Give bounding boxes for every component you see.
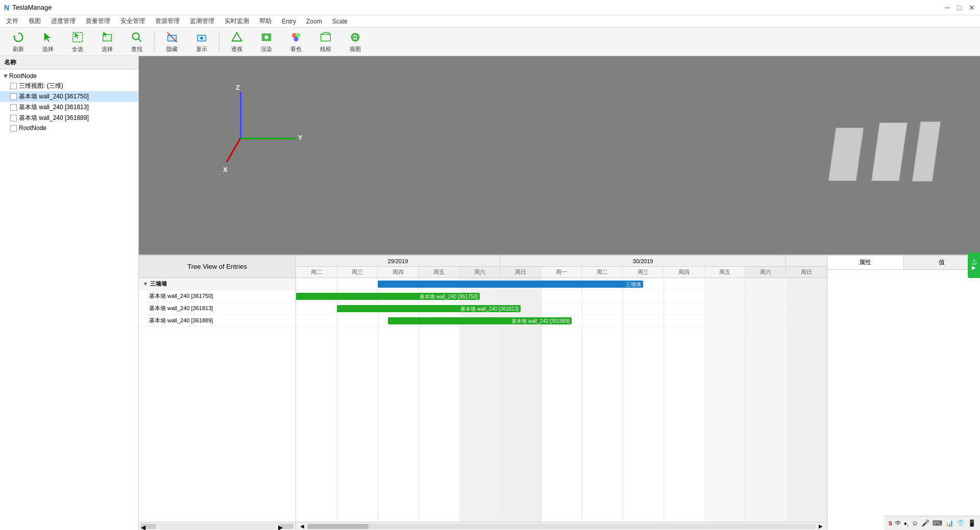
day-thu2: 周四 bbox=[664, 267, 704, 277]
toolbar-search-btn[interactable]: 查找 bbox=[122, 30, 151, 54]
tree-item-3dview[interactable]: 三维视图: (三维) bbox=[0, 81, 138, 91]
viewport[interactable]: Z X Y bbox=[139, 56, 980, 255]
toolbar-hide-btn[interactable]: 隐藏 bbox=[158, 30, 186, 54]
menu-help[interactable]: 帮助 bbox=[255, 16, 276, 27]
gantt-expand-icon[interactable]: ▼ bbox=[143, 281, 148, 287]
tree-item-wall361813[interactable]: 基本墙 wall_240 [361813] bbox=[0, 102, 138, 113]
tree-checkbox-3dview[interactable] bbox=[10, 83, 17, 89]
maximize-btn[interactable]: □ bbox=[955, 4, 964, 12]
toolbar-selectall-btn[interactable]: 全选 bbox=[63, 30, 92, 54]
svg-line-7 bbox=[138, 39, 141, 42]
taskbar-item-phone[interactable]: 📱 bbox=[968, 519, 976, 527]
gantt-scroll-thumb[interactable] bbox=[307, 524, 369, 529]
gantt-bar-1: 基本墙 wall_240 [361750] bbox=[296, 293, 480, 300]
menu-realtime[interactable]: 实时监测 bbox=[220, 16, 253, 27]
select-box-icon bbox=[100, 30, 114, 44]
menu-safety[interactable]: 安全管理 bbox=[116, 16, 149, 27]
taskbar-item-chart[interactable]: 📊 bbox=[945, 519, 953, 527]
gantt-week-30: 30/2019 bbox=[500, 256, 786, 266]
day-fri2: 周五 bbox=[704, 267, 745, 277]
menu-zoom[interactable]: Zoom bbox=[302, 17, 326, 26]
taskbar-item-shirt[interactable]: 👕 bbox=[957, 519, 965, 527]
svg-marker-1 bbox=[44, 33, 51, 42]
menu-scale[interactable]: Scale bbox=[328, 17, 352, 26]
toolbar-show-btn[interactable]: 显示 bbox=[187, 30, 216, 54]
menu-monitor[interactable]: 监测管理 bbox=[186, 16, 218, 27]
day-sat2: 周六 bbox=[745, 267, 786, 277]
toolbar-wireframe-btn[interactable]: 线框 bbox=[311, 30, 340, 54]
gantt-tree-item-2[interactable]: 基本墙 wall_240 [361813] bbox=[139, 302, 296, 315]
taskbar-item-zh[interactable]: 中 bbox=[895, 519, 901, 527]
left-scroll-btn-right[interactable]: ▶ bbox=[278, 524, 293, 529]
gantt-scroll-right[interactable]: ▶ bbox=[816, 523, 826, 529]
toolbar-selectall-label: 全选 bbox=[72, 45, 83, 53]
toolbar-refresh-btn[interactable]: 刷新 bbox=[4, 30, 33, 54]
gantt-tree-item-1[interactable]: 基本墙 wall_240 [361750] bbox=[139, 290, 296, 302]
gantt-row-0: 三墙墙 bbox=[296, 278, 827, 290]
props-content bbox=[827, 270, 980, 530]
cursor-icon bbox=[41, 30, 55, 44]
tree-checkbox-wall361889[interactable] bbox=[10, 115, 17, 121]
toolbar-selectbox-btn[interactable]: 选择 bbox=[93, 30, 121, 54]
menu-file[interactable]: 文件 bbox=[2, 16, 22, 27]
view-icon bbox=[348, 30, 362, 44]
props-panel: 属性 值 bbox=[827, 256, 980, 530]
tree-checkbox-wall361813[interactable] bbox=[10, 104, 17, 111]
taskbar-item-emoji[interactable]: ☺ bbox=[912, 519, 918, 527]
gantt-bar-label-2: 基本墙 wall_240 [361813] bbox=[460, 306, 519, 313]
shape-wall1 bbox=[828, 128, 864, 181]
toolbar-refresh-label: 刷新 bbox=[13, 45, 24, 53]
tree-item-wall361889[interactable]: 基本墙 wall_240 [361889] bbox=[0, 113, 138, 123]
gantt-scroll-left[interactable]: ◀ bbox=[297, 523, 307, 529]
float-button[interactable]: +3▶ bbox=[968, 253, 980, 278]
menu-resource[interactable]: 资源管理 bbox=[151, 16, 184, 27]
menu-view[interactable]: 视图 bbox=[24, 16, 45, 27]
taskbar-item-keyboard[interactable]: ⌨ bbox=[933, 519, 942, 527]
toolbar-color-btn[interactable]: 看色 bbox=[282, 30, 310, 54]
menu-progress[interactable]: 进度管理 bbox=[47, 16, 80, 27]
gantt-hscroll[interactable]: ◀ ▶ bbox=[296, 522, 827, 530]
gantt-bar-label-group: 三墙墙 bbox=[626, 281, 641, 288]
gantt-chart[interactable]: 29/2019 30/2019 周二 周三 周四 周五 周六 周日 周一 周二 … bbox=[296, 256, 827, 530]
svg-marker-0 bbox=[14, 35, 16, 37]
taskbar-item-s[interactable]: S bbox=[889, 520, 892, 526]
taskbar-item-punct[interactable]: ♦, bbox=[904, 520, 909, 526]
gantt-tree-item-3[interactable]: 基本墙 wall_240 [361889] bbox=[139, 315, 296, 327]
tree-item-wall361750[interactable]: 基本墙 wall_240 [361750] bbox=[0, 91, 138, 102]
day-wed2: 周三 bbox=[623, 267, 664, 277]
hide-icon bbox=[165, 30, 179, 44]
toolbar-view-btn[interactable]: 视图 bbox=[341, 30, 370, 54]
tree-checkbox-rootnode-leaf[interactable] bbox=[10, 125, 17, 132]
taskbar-item-mic[interactable]: 🎤 bbox=[921, 519, 929, 527]
props-tab-attr[interactable]: 属性 bbox=[827, 256, 904, 269]
wireframe-icon bbox=[318, 30, 333, 44]
toolbar-render-btn[interactable]: 渲染 bbox=[252, 30, 281, 54]
refresh-icon bbox=[11, 30, 26, 44]
app-title: TeslaManage bbox=[12, 4, 52, 11]
gantt-tree: ▼ 三墙墙 基本墙 wall_240 [361750] 基本墙 wall_240… bbox=[139, 278, 296, 522]
toolbar-perspective-btn[interactable]: 透视 bbox=[223, 30, 251, 54]
tree-expand-icon[interactable]: ▼ bbox=[2, 72, 9, 80]
day-tue2: 周二 bbox=[582, 267, 623, 277]
toolbar-select-btn[interactable]: 选择 bbox=[34, 30, 62, 54]
main-area: 名称 ▼ RootNode 三维视图: (三维) 基本墙 wall_240 [3… bbox=[0, 56, 980, 530]
title-controls[interactable]: ─ □ ✕ bbox=[943, 4, 976, 12]
tree-item-label: RootNode bbox=[9, 72, 37, 80]
close-btn[interactable]: ✕ bbox=[968, 4, 976, 12]
tree-checkbox-wall361750[interactable] bbox=[10, 93, 17, 100]
tree-item-rootnode-leaf[interactable]: RootNode bbox=[0, 123, 138, 133]
minimize-btn[interactable]: ─ bbox=[943, 4, 951, 12]
bottom-area: Tree View of Entries ▼ 三墙墙 基本墙 wall_240 … bbox=[139, 255, 980, 530]
gantt-tree-group[interactable]: ▼ 三墙墙 bbox=[139, 278, 296, 290]
left-scroll-btn-left[interactable]: ◀ bbox=[141, 524, 156, 529]
search-icon bbox=[130, 30, 144, 44]
menu-entry[interactable]: Entry bbox=[278, 17, 300, 26]
props-header: 属性 值 bbox=[827, 256, 980, 270]
gantt-item-label-2: 基本墙 wall_240 [361813] bbox=[149, 305, 213, 312]
tree-item-rootnode[interactable]: ▼ RootNode bbox=[0, 71, 138, 81]
color-icon bbox=[289, 30, 303, 44]
svg-point-11 bbox=[200, 37, 203, 40]
svg-point-18 bbox=[293, 37, 298, 41]
menu-quality[interactable]: 质量管理 bbox=[82, 16, 114, 27]
svg-point-15 bbox=[264, 35, 268, 39]
